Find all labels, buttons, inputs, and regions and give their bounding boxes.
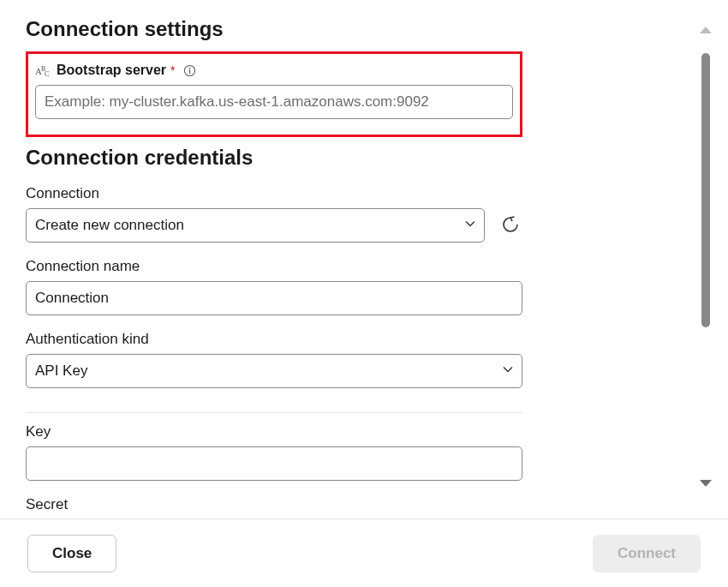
divider — [26, 412, 522, 413]
connect-button[interactable]: Connect — [593, 535, 701, 572]
bootstrap-server-label: Bootstrap server — [57, 63, 166, 78]
scrollbar — [695, 24, 716, 493]
footer: Close Connect — [0, 518, 728, 587]
key-label: Key — [26, 423, 522, 440]
text-type-icon: A B C — [35, 63, 52, 77]
connection-name-label: Connection name — [26, 258, 522, 275]
connection-select-wrap: Create new connection — [26, 208, 485, 243]
required-asterisk: * — [170, 63, 175, 77]
scroll-thumb[interactable] — [701, 53, 710, 327]
scroll-down-arrow[interactable] — [698, 477, 713, 493]
auth-kind-select[interactable]: API Key — [26, 354, 522, 388]
bootstrap-server-input[interactable] — [35, 85, 513, 119]
connection-settings-heading: Connection settings — [26, 17, 522, 41]
bootstrap-server-highlight: A B C Bootstrap server * — [26, 51, 522, 137]
connection-label: Connection — [26, 185, 522, 202]
auth-kind-select-wrap: API Key — [26, 354, 522, 388]
secret-label: Secret — [26, 496, 522, 513]
connection-select[interactable]: Create new connection — [26, 208, 485, 243]
svg-rect-5 — [188, 69, 189, 73]
connection-credentials-heading: Connection credentials — [26, 146, 522, 170]
form-content: Connection settings A B C Bootstrap serv… — [26, 17, 522, 521]
refresh-button[interactable] — [498, 213, 522, 237]
bootstrap-label-row: A B C Bootstrap server * — [35, 63, 513, 78]
refresh-icon — [500, 214, 521, 237]
key-input[interactable] — [26, 446, 522, 481]
auth-kind-label: Authentication kind — [26, 331, 522, 348]
info-icon[interactable] — [183, 64, 196, 77]
close-button[interactable]: Close — [27, 535, 116, 572]
connection-selected-value: Create new connection — [35, 217, 184, 234]
svg-point-4 — [188, 67, 190, 69]
auth-kind-selected-value: API Key — [35, 362, 87, 380]
scroll-up-arrow[interactable] — [698, 24, 713, 39]
connection-name-input[interactable] — [26, 281, 522, 315]
svg-text:C: C — [45, 70, 49, 77]
